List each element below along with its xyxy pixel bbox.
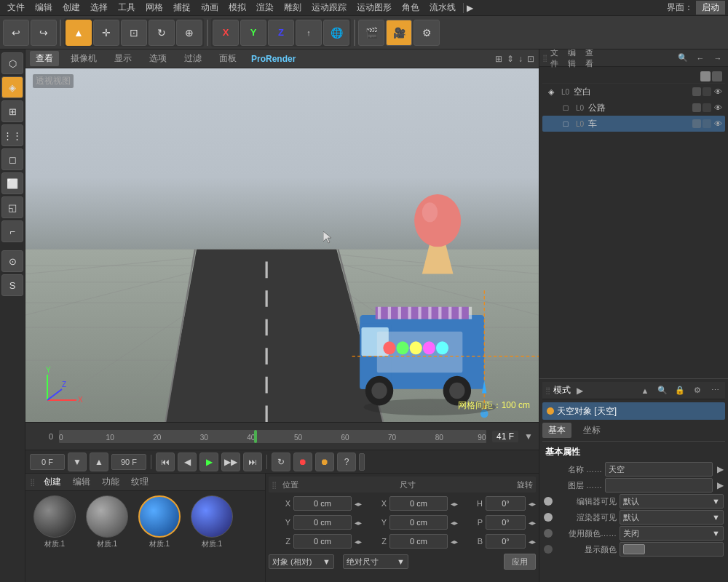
- move-tool[interactable]: ✛: [93, 20, 119, 46]
- menu-select[interactable]: 选择: [86, 0, 112, 15]
- size-x-arrows[interactable]: ◂▸: [451, 500, 458, 508]
- tree-item-road[interactable]: □ L0 公路 👁: [542, 100, 725, 116]
- mode-arrow[interactable]: ▶: [577, 386, 583, 396]
- menu-tools[interactable]: 工具: [114, 0, 140, 15]
- eye-icon-blank[interactable]: 👁: [714, 87, 722, 96]
- fast-forward-button[interactable]: ▶▶: [221, 453, 240, 471]
- mat-tab-texture[interactable]: 纹理: [128, 474, 151, 490]
- vp-tab-camera[interactable]: 摄像机: [65, 51, 103, 66]
- side-tool-3[interactable]: ⊞: [1, 100, 23, 122]
- coord-system-select[interactable]: 对象 (相对) ▼: [269, 554, 334, 569]
- tree-item-car[interactable]: □ L0 车 👁: [542, 116, 725, 132]
- menu-create[interactable]: 创建: [58, 0, 84, 15]
- material-item-1[interactable]: 材质.1: [30, 495, 79, 578]
- undo-button[interactable]: ↩: [3, 20, 29, 46]
- vp-tab-options[interactable]: 选项: [143, 51, 173, 66]
- menu-sculpt[interactable]: 雕刻: [280, 0, 306, 15]
- vp-icon-move[interactable]: ⇕: [507, 54, 514, 64]
- apply-button[interactable]: 应用: [504, 554, 536, 570]
- props-lock-icon[interactable]: 🔒: [673, 383, 687, 398]
- world-axis-button[interactable]: ↑: [296, 20, 322, 46]
- scale-tool[interactable]: ⊡: [121, 20, 147, 46]
- viewport-3d[interactable]: 透视视图 网格间距：100 cm Y X Z: [25, 68, 539, 422]
- rot-p-arrows[interactable]: ◂▸: [529, 519, 536, 527]
- current-frame-field[interactable]: 0 F: [30, 454, 65, 470]
- menu-pipeline[interactable]: 流水线: [425, 0, 460, 15]
- side-tool-5[interactable]: ◻: [1, 148, 23, 170]
- y-axis-button[interactable]: Y: [240, 20, 266, 46]
- pos-z-field[interactable]: 0 cm: [293, 534, 352, 549]
- menu-mesh[interactable]: 网格: [141, 0, 167, 15]
- end-frame-field[interactable]: 90 F: [111, 454, 146, 470]
- menu-render[interactable]: 渲染: [252, 0, 278, 15]
- globe-button[interactable]: 🌐: [323, 20, 349, 46]
- jump-end-button[interactable]: ⏭: [243, 453, 262, 471]
- material-item-2[interactable]: 材质.1: [82, 495, 132, 578]
- pos-z-arrows[interactable]: ◂▸: [355, 538, 362, 546]
- material-item-4[interactable]: 材质.1: [187, 495, 237, 578]
- side-tool-4[interactable]: ⋮⋮: [1, 124, 23, 146]
- display-color-swatch[interactable]: [623, 544, 645, 554]
- rot-b-field[interactable]: 0°: [486, 534, 526, 549]
- help-button[interactable]: ?: [337, 453, 356, 471]
- rotate-tool[interactable]: ↻: [149, 20, 175, 46]
- film-button[interactable]: 🎥: [386, 20, 412, 46]
- editor-visible-select[interactable]: 默认 ▼: [620, 494, 724, 509]
- use-color-select[interactable]: 关闭 ▼: [620, 526, 724, 541]
- side-tool-8[interactable]: ⌐: [1, 220, 23, 242]
- rp-back-btn[interactable]: ←: [693, 51, 708, 65]
- menu-mograph[interactable]: 运动图形: [352, 0, 396, 15]
- side-tool-9[interactable]: ⊙: [1, 250, 23, 272]
- eye-icon-car[interactable]: 👁: [714, 119, 722, 128]
- pos-x-arrows[interactable]: ◂▸: [355, 500, 362, 508]
- rot-p-field[interactable]: 0°: [486, 515, 526, 530]
- layer-arrow-icon[interactable]: ▶: [717, 480, 724, 490]
- props-settings-icon[interactable]: ⚙: [690, 383, 705, 398]
- menu-motiontrack[interactable]: 运动跟踪: [307, 0, 351, 15]
- redo-button[interactable]: ↪: [31, 20, 57, 46]
- vp-tab-view[interactable]: 查看: [30, 51, 59, 66]
- display-color-val[interactable]: [620, 542, 724, 557]
- play-button[interactable]: ▶: [199, 453, 218, 471]
- name-arrow-icon[interactable]: ▶: [717, 464, 724, 474]
- vp-tab-display[interactable]: 显示: [108, 51, 138, 66]
- pos-y-arrows[interactable]: ◂▸: [355, 519, 362, 527]
- props-more-icon[interactable]: ⋯: [708, 383, 722, 398]
- menu-simulate[interactable]: 模拟: [224, 0, 250, 15]
- menu-file[interactable]: 文件: [3, 0, 29, 15]
- vp-tab-panel[interactable]: 面板: [213, 51, 242, 66]
- side-tool-6[interactable]: ⬜: [1, 172, 23, 194]
- side-tool-7[interactable]: ◱: [1, 196, 23, 218]
- rot-h-arrows[interactable]: ◂▸: [529, 500, 536, 508]
- mat-tab-edit[interactable]: 编辑: [70, 474, 93, 490]
- jump-start-button[interactable]: ⏮: [156, 453, 175, 471]
- layer-val[interactable]: [605, 478, 713, 493]
- rp-file-btn[interactable]: 文件: [550, 51, 565, 65]
- rot-h-field[interactable]: 0°: [486, 496, 526, 511]
- render-settings-button[interactable]: ⚙: [414, 20, 440, 46]
- record-button[interactable]: ⏺: [293, 453, 312, 471]
- menu-edit[interactable]: 编辑: [31, 0, 57, 15]
- interface-value[interactable]: 启动: [696, 1, 725, 15]
- prev-frame-button[interactable]: ◀: [178, 453, 197, 471]
- side-tool-1[interactable]: ⬡: [1, 52, 23, 74]
- clapboard-button[interactable]: 🎬: [358, 20, 384, 46]
- x-axis-button[interactable]: X: [213, 20, 239, 46]
- renderer-visible-select[interactable]: 默认 ▼: [620, 510, 724, 525]
- timeline-bar[interactable]: 0 10 20 30 40 50 60 70 80 90: [59, 430, 486, 443]
- menu-snap[interactable]: 捕捉: [169, 0, 195, 15]
- size-mode-select[interactable]: 绝对尺寸 ▼: [343, 554, 408, 569]
- vp-icon-down[interactable]: ↓: [518, 54, 523, 64]
- loop-button[interactable]: ↻: [272, 453, 290, 471]
- rp-view-btn[interactable]: 查看: [585, 51, 600, 65]
- name-val[interactable]: 天空: [605, 462, 713, 477]
- menu-character[interactable]: 角色: [397, 0, 424, 15]
- frame-down-button[interactable]: ▼: [68, 453, 87, 471]
- freeform-tool[interactable]: ⊕: [176, 20, 202, 46]
- size-x-field[interactable]: 0 cm: [389, 496, 448, 511]
- playback-vbar[interactable]: [359, 453, 365, 471]
- mat-tab-function[interactable]: 功能: [99, 474, 122, 490]
- tree-item-blank[interactable]: ◈ L0 空白 👁: [542, 84, 725, 100]
- vp-icon-expand[interactable]: ⊡: [527, 54, 534, 64]
- props-tab-basic[interactable]: 基本: [542, 423, 571, 438]
